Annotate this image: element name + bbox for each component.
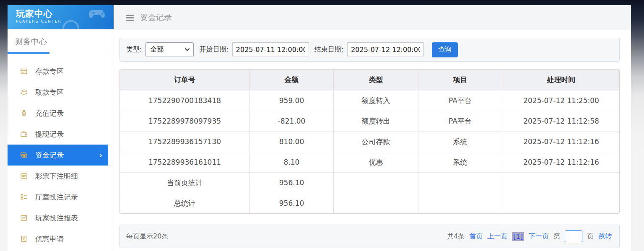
table-header-cell: 处理时间 bbox=[502, 70, 620, 90]
sidebar-menu-item[interactable]: 取款专区 bbox=[8, 82, 114, 103]
cell-amount: 956.10 bbox=[250, 193, 334, 213]
cell-order-no: 1752289978097935 bbox=[120, 111, 250, 131]
table-row: 1752289936161011 8.10 优惠 系统 2025-07-12 1… bbox=[120, 152, 620, 172]
cell-time: 2025-07-12 11:25:00 bbox=[502, 90, 620, 111]
sidebar-menu-item-label: 玩家投注报表 bbox=[35, 213, 78, 223]
sidebar-menu-item[interactable]: 充值记录 bbox=[8, 103, 114, 124]
cell-project bbox=[418, 193, 502, 213]
cell-type: 公司存款 bbox=[334, 131, 418, 152]
cell-type: 额度转入 bbox=[334, 90, 418, 111]
start-date-input[interactable] bbox=[232, 42, 309, 57]
table-row: 当前页统计 956.10 bbox=[120, 172, 620, 193]
page-title: 资金记录 bbox=[140, 12, 172, 23]
table-header-row: 订单号金额类型项目处理时间 bbox=[120, 70, 620, 90]
cell-order-no: 当前页统计 bbox=[120, 172, 250, 193]
funds-table: 订单号金额类型项目处理时间 1752290700183418 959.00 额度… bbox=[119, 69, 620, 214]
withdraw-icon bbox=[20, 88, 28, 96]
cell-type: 额度转出 bbox=[334, 111, 418, 131]
start-date-label: 开始日期: bbox=[199, 45, 228, 54]
sidebar-section-title-text: 财务中心 bbox=[15, 37, 47, 46]
pager: 共4条 首页 上一页 [1] 下一页 第 页 跳转 bbox=[447, 230, 612, 242]
jump-prefix-text: 第 bbox=[553, 232, 560, 241]
chevron-right-icon: › bbox=[99, 151, 102, 159]
table-row: 1752290700183418 959.00 额度转入 PA平台 2025-0… bbox=[120, 90, 620, 111]
cell-type bbox=[334, 172, 418, 193]
sidebar-menu-item-label: 充值记录 bbox=[35, 109, 64, 118]
cell-project: PA平台 bbox=[418, 111, 502, 131]
cell-project: 系统 bbox=[418, 131, 502, 152]
sidebar-menu-item-label: 取款专区 bbox=[35, 88, 64, 97]
cell-order-no: 总统计 bbox=[120, 193, 250, 213]
cell-time: 2025-07-12 11:12:16 bbox=[502, 131, 620, 152]
sidebar-menu-item-label: 提现记录 bbox=[35, 129, 64, 139]
cell-project bbox=[418, 172, 502, 193]
sidebar-section-title: 财务中心 bbox=[8, 29, 114, 53]
deposit-icon bbox=[20, 67, 28, 75]
cell-order-no: 1752289936157130 bbox=[120, 131, 250, 152]
cell-amount: 956.10 bbox=[250, 172, 334, 193]
cell-order-no: 1752289936161011 bbox=[120, 152, 250, 172]
cell-amount: 8.10 bbox=[250, 152, 334, 172]
app-logo[interactable]: 玩家中心 PLAYERS CENTER bbox=[8, 5, 114, 29]
hamburger-menu-icon[interactable] bbox=[126, 15, 134, 21]
total-count-text: 共4条 bbox=[447, 232, 465, 241]
filter-bar: 类型: 全部 开始日期: 结束日期: 查询 bbox=[119, 38, 620, 62]
sidebar-menu-item-label: 资金记录 bbox=[35, 150, 64, 160]
table-row: 1752289936157130 810.00 公司存款 系统 2025-07-… bbox=[120, 131, 620, 152]
first-page-link[interactable]: 首页 bbox=[469, 232, 483, 241]
promo-apply-icon bbox=[20, 235, 28, 243]
sidebar-menu-item[interactable]: 优惠申请 bbox=[8, 228, 114, 249]
recharge-icon bbox=[20, 109, 28, 117]
cell-amount: 810.00 bbox=[250, 131, 334, 152]
prev-page-link[interactable]: 上一页 bbox=[487, 232, 507, 241]
search-button[interactable]: 查询 bbox=[432, 42, 458, 57]
cell-amount: 959.00 bbox=[250, 90, 334, 111]
breadcrumb: 资金记录 bbox=[114, 5, 631, 30]
funds-icon bbox=[20, 151, 28, 159]
cell-project: 系统 bbox=[418, 152, 502, 172]
cell-type bbox=[334, 193, 418, 213]
cell-time: 2025-07-12 11:12:16 bbox=[502, 152, 620, 172]
table-header-cell: 项目 bbox=[418, 70, 502, 90]
table-header-cell: 金额 bbox=[250, 70, 334, 90]
cell-time: 2025-07-12 11:12:58 bbox=[502, 111, 620, 131]
sidebar-menu-item[interactable]: 彩票下注明细 bbox=[8, 166, 114, 186]
sidebar-menu-item[interactable]: 提现记录 bbox=[8, 124, 114, 145]
page-size-text: 每页显示20条 bbox=[126, 232, 168, 241]
type-filter-label: 类型: bbox=[126, 45, 142, 54]
jump-page-input[interactable] bbox=[565, 230, 582, 242]
sidebar-menu: 存款专区 取款专区 充值记录 提现记录 资金记录 › 彩票下注明细 bbox=[8, 61, 114, 249]
sidebar-menu-item[interactable]: 厅室投注记录 bbox=[8, 186, 114, 207]
cell-project: PA平台 bbox=[418, 90, 502, 111]
sidebar-menu-item-label: 优惠申请 bbox=[35, 234, 64, 244]
gamepad-icon bbox=[88, 7, 109, 25]
jump-link[interactable]: 跳转 bbox=[598, 232, 612, 241]
table-row: 总统计 956.10 bbox=[120, 193, 620, 213]
sidebar-menu-item[interactable]: 玩家投注报表 bbox=[8, 207, 114, 228]
lottery-detail-icon bbox=[20, 172, 28, 180]
cell-amount: -821.00 bbox=[250, 111, 334, 131]
cell-time bbox=[502, 193, 620, 213]
sidebar-menu-item-label: 存款专区 bbox=[35, 67, 64, 76]
type-select-value: 全部 bbox=[150, 45, 164, 54]
sidebar-menu-item[interactable]: 存款专区 bbox=[8, 61, 114, 82]
bet-report-icon bbox=[20, 214, 28, 222]
hall-bet-icon bbox=[20, 193, 28, 201]
table-header-cell: 订单号 bbox=[120, 70, 250, 90]
cell-time bbox=[502, 172, 620, 193]
current-page-indicator[interactable]: [1] bbox=[512, 232, 524, 241]
table-header-cell: 类型 bbox=[334, 70, 418, 90]
cell-order-no: 1752290700183418 bbox=[120, 90, 250, 111]
chevron-down-icon bbox=[185, 48, 190, 51]
end-date-label: 结束日期: bbox=[314, 45, 343, 54]
next-page-link[interactable]: 下一页 bbox=[529, 232, 549, 241]
sidebar: 玩家中心 PLAYERS CENTER 财务中心 存款专区 取款专区 bbox=[8, 5, 114, 251]
type-select[interactable]: 全部 bbox=[145, 42, 194, 57]
table-body: 1752290700183418 959.00 额度转入 PA平台 2025-0… bbox=[120, 90, 620, 213]
end-date-input[interactable] bbox=[347, 42, 424, 57]
table-row: 1752289978097935 -821.00 额度转出 PA平台 2025-… bbox=[120, 111, 620, 131]
sidebar-menu-item[interactable]: 资金记录 › bbox=[8, 145, 108, 166]
sidebar-menu-item-label: 厅室投注记录 bbox=[35, 192, 78, 202]
sidebar-menu-item-label: 彩票下注明细 bbox=[35, 171, 78, 181]
jump-suffix-text: 页 bbox=[587, 232, 594, 241]
